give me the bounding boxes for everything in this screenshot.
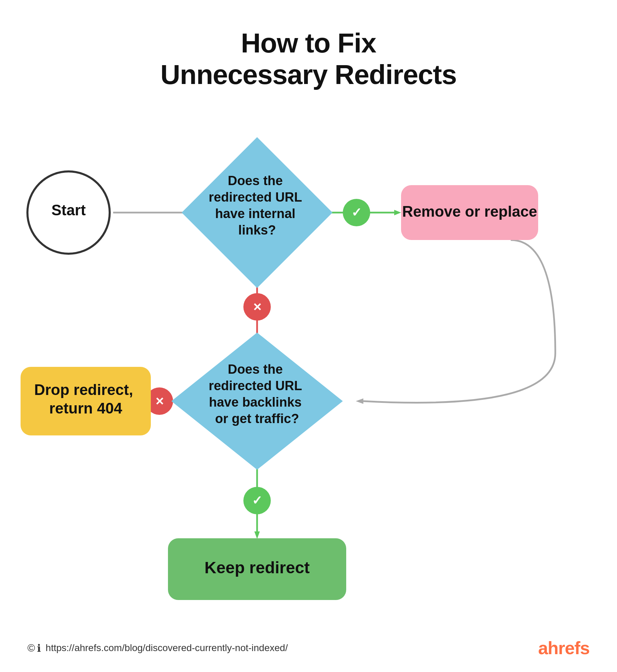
svg-marker-6	[356, 398, 363, 404]
remove-replace-node: Remove or replace	[402, 203, 537, 220]
page-title: How to Fix Unnecessary Redirects	[0, 0, 617, 91]
svg-text:✕: ✕	[155, 395, 164, 408]
footer: © ℹ https://ahrefs.com/blog/discovered-c…	[0, 638, 617, 658]
svg-marker-10	[254, 531, 260, 539]
keep-redirect-node: Keep redirect	[205, 559, 310, 577]
svg-marker-3	[394, 210, 401, 215]
svg-text:✓: ✓	[252, 493, 262, 507]
svg-text:✓: ✓	[351, 205, 362, 219]
footer-url: https://ahrefs.com/blog/discovered-curre…	[46, 643, 288, 653]
cc-icon: ©	[27, 642, 35, 654]
svg-text:✕: ✕	[253, 301, 262, 313]
info-icon: ℹ	[37, 642, 41, 654]
ahrefs-logo: ahrefs	[538, 638, 590, 658]
flowchart-svg: ✓ ✕ ✕ ✓ Start Does the redirected URL ha…	[0, 93, 617, 634]
page-container: How to Fix Unnecessary Redirects ✓ ✕	[0, 0, 617, 672]
start-node: Start	[51, 202, 86, 218]
footer-left: © ℹ https://ahrefs.com/blog/discovered-c…	[27, 642, 288, 654]
footer-icons: © ℹ	[27, 642, 41, 654]
